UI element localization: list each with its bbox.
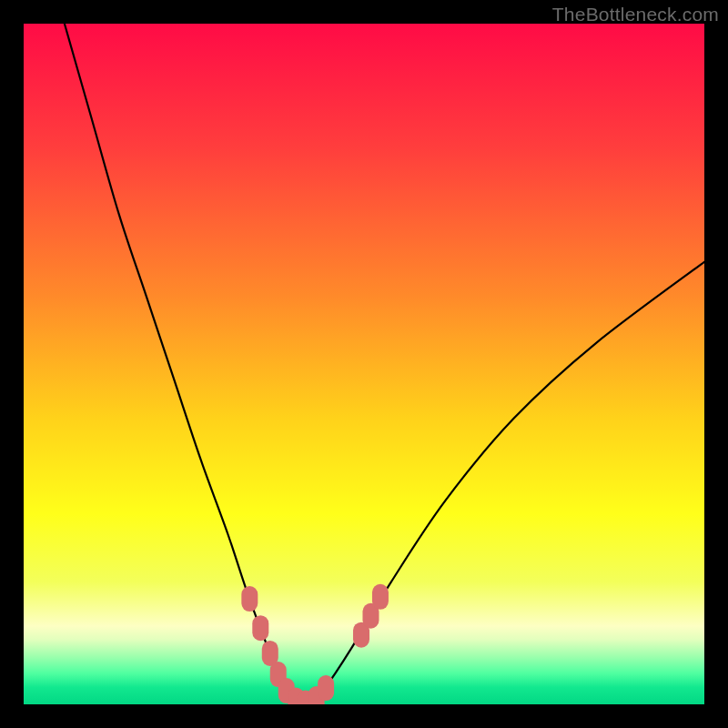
gradient-background (24, 24, 704, 704)
highlight-point (318, 675, 334, 701)
plot-area (24, 24, 704, 704)
chart-frame: TheBottleneck.com (0, 0, 728, 728)
chart-svg (24, 24, 704, 704)
highlight-point (241, 586, 258, 612)
watermark-text: TheBottleneck.com (552, 4, 719, 25)
highlight-point (252, 615, 268, 641)
highlight-point (372, 584, 389, 610)
